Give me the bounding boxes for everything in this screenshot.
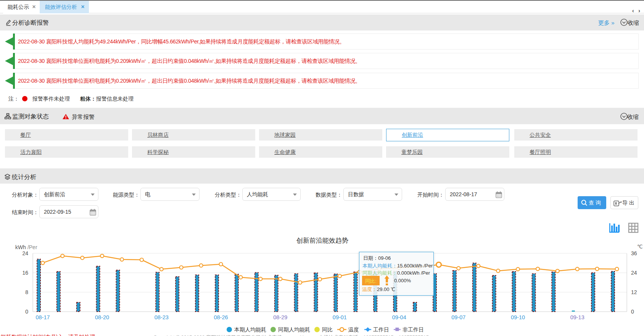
svg-text:温度: 温度 bbox=[348, 326, 359, 333]
svg-text:08-26: 08-26 bbox=[214, 314, 228, 320]
svg-text:同比: 同比 bbox=[322, 326, 333, 333]
svg-text:36: 36 bbox=[631, 250, 637, 256]
svg-text:24: 24 bbox=[22, 250, 28, 256]
svg-text:8: 8 bbox=[25, 289, 28, 295]
svg-text:09-07: 09-07 bbox=[451, 314, 465, 320]
svg-text:24: 24 bbox=[631, 270, 637, 276]
svg-text:16: 16 bbox=[22, 270, 28, 276]
svg-text:12: 12 bbox=[631, 289, 637, 295]
svg-text:08-29: 08-29 bbox=[273, 314, 287, 320]
svg-text:0: 0 bbox=[25, 309, 28, 315]
svg-text:09-10: 09-10 bbox=[511, 314, 525, 320]
svg-text:08-20: 08-20 bbox=[95, 314, 109, 320]
svg-text:℃: ℃ bbox=[637, 244, 643, 250]
svg-text:同期人均能耗: 同期人均能耗 bbox=[278, 326, 310, 333]
svg-text:09-13: 09-13 bbox=[570, 314, 584, 320]
svg-text:09-04: 09-04 bbox=[392, 314, 406, 320]
svg-text:kWh /Per: kWh /Per bbox=[15, 244, 37, 250]
svg-text:08-23: 08-23 bbox=[155, 314, 169, 320]
svg-text:08-17: 08-17 bbox=[35, 314, 50, 320]
svg-text:非工作日: 非工作日 bbox=[402, 326, 424, 333]
svg-text:创新前沿能效趋势: 创新前沿能效趋势 bbox=[296, 237, 348, 244]
svg-text:0: 0 bbox=[631, 309, 634, 315]
svg-text:工作日: 工作日 bbox=[373, 326, 389, 333]
svg-text:本期人均能耗: 本期人均能耗 bbox=[234, 326, 266, 333]
svg-text:09-01: 09-01 bbox=[333, 314, 347, 320]
